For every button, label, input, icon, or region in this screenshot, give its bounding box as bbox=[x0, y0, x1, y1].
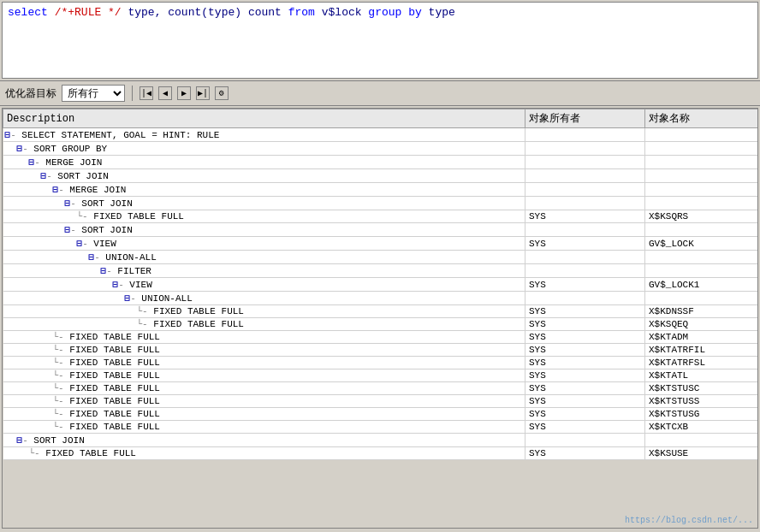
cell-object-name bbox=[645, 142, 759, 156]
cell-owner bbox=[525, 156, 645, 169]
table-row: ⊟- MERGE JOIN bbox=[3, 183, 759, 197]
cell-owner: SYS bbox=[525, 278, 645, 292]
cell-description: ⊟- SORT JOIN bbox=[3, 197, 525, 210]
cell-object-name: X$KTSTUSG bbox=[645, 408, 759, 421]
cell-owner: SYS bbox=[525, 210, 645, 223]
cell-object-name: X$KTATL bbox=[645, 369, 759, 382]
table-row: └- FIXED TABLE FULLSYSX$KTSTUSS bbox=[3, 395, 759, 408]
cell-owner: SYS bbox=[525, 447, 645, 460]
table-row: └- FIXED TABLE FULLSYSX$KTATRFSL bbox=[3, 357, 759, 369]
table-row: └- FIXED TABLE FULLSYSX$KTCXB bbox=[3, 421, 759, 434]
cell-description: ⊟- FILTER bbox=[3, 264, 525, 278]
table-row: └- FIXED TABLE FULLSYSX$KTSTUSC bbox=[3, 382, 759, 395]
cell-owner bbox=[525, 169, 645, 183]
table-row: └- FIXED TABLE FULLSYSX$KTSTUSG bbox=[3, 408, 759, 421]
cell-description: └- FIXED TABLE FULL bbox=[3, 382, 525, 395]
optimizer-label: 优化器目标 bbox=[5, 86, 56, 101]
col-header-description: Description bbox=[3, 109, 525, 128]
grid-container: Description 对象所有者 对象名称 ⊟- SELECT STATEME… bbox=[2, 108, 758, 529]
cell-owner: SYS bbox=[525, 237, 645, 251]
cell-object-name bbox=[645, 183, 759, 197]
cell-object-name bbox=[645, 292, 759, 305]
table-row: ⊟- VIEWSYSGV$_LOCK1 bbox=[3, 278, 759, 292]
table-row: ⊟- MERGE JOIN bbox=[3, 156, 759, 169]
grid-body: ⊟- SELECT STATEMENT, GOAL = HINT: RULE⊟-… bbox=[3, 128, 759, 460]
col-header-owner: 对象所有者 bbox=[525, 109, 645, 128]
cell-owner bbox=[525, 264, 645, 278]
cell-description: ⊟- SORT JOIN bbox=[3, 223, 525, 237]
cell-description: └- FIXED TABLE FULL bbox=[3, 344, 525, 357]
cell-owner bbox=[525, 197, 645, 210]
explain-table: Description 对象所有者 对象名称 ⊟- SELECT STATEME… bbox=[3, 109, 758, 460]
cell-description: └- FIXED TABLE FULL bbox=[3, 447, 525, 460]
cell-description: ⊟- VIEW bbox=[3, 278, 525, 292]
next-button[interactable]: ▶| bbox=[196, 86, 210, 100]
cell-owner: SYS bbox=[525, 357, 645, 369]
table-row: └- FIXED TABLE FULLSYSX$KTATL bbox=[3, 369, 759, 382]
cell-object-name bbox=[645, 264, 759, 278]
optimizer-select[interactable]: 所有行第一行全部优化 bbox=[62, 85, 125, 102]
cell-object-name: X$KSQRS bbox=[645, 210, 759, 223]
cell-object-name bbox=[645, 156, 759, 169]
table-row: ⊟- UNION-ALL bbox=[3, 292, 759, 305]
cell-description: └- FIXED TABLE FULL bbox=[3, 210, 525, 223]
cell-object-name: GV$_LOCK1 bbox=[645, 278, 759, 292]
tool-button[interactable]: ⚙ bbox=[215, 86, 229, 100]
table-header-row: Description 对象所有者 对象名称 bbox=[3, 109, 759, 128]
table-row: ⊟- SELECT STATEMENT, GOAL = HINT: RULE bbox=[3, 128, 759, 142]
cell-description: ⊟- MERGE JOIN bbox=[3, 183, 525, 197]
cell-object-name: X$KTATRFSL bbox=[645, 357, 759, 369]
cell-owner bbox=[525, 142, 645, 156]
cell-description: ⊟- UNION-ALL bbox=[3, 292, 525, 305]
table-row: ⊟- FILTER bbox=[3, 264, 759, 278]
watermark: https://blog.csdn.net/... bbox=[625, 516, 753, 525]
prev-button[interactable]: ◀ bbox=[158, 86, 172, 100]
cell-description: └- FIXED TABLE FULL bbox=[3, 357, 525, 369]
cell-object-name bbox=[645, 223, 759, 237]
cell-description: ⊟- SORT JOIN bbox=[3, 434, 525, 447]
cell-owner: SYS bbox=[525, 344, 645, 357]
cell-description: ⊟- SORT JOIN bbox=[3, 169, 525, 183]
sql-editor[interactable]: select /*+RULE */ type, count(type) coun… bbox=[2, 2, 758, 79]
cell-owner bbox=[525, 251, 645, 264]
cell-description: ⊟- UNION-ALL bbox=[3, 251, 525, 264]
cell-owner bbox=[525, 434, 645, 447]
cell-owner bbox=[525, 223, 645, 237]
cell-description: └- FIXED TABLE FULL bbox=[3, 318, 525, 331]
cell-owner: SYS bbox=[525, 369, 645, 382]
cell-description: └- FIXED TABLE FULL bbox=[3, 408, 525, 421]
cell-owner: SYS bbox=[525, 305, 645, 318]
table-row: └- FIXED TABLE FULLSYSX$KDNSSF bbox=[3, 305, 759, 318]
cell-object-name: X$KTCXB bbox=[645, 421, 759, 434]
cell-description: ⊟- MERGE JOIN bbox=[3, 156, 525, 169]
cell-description: ⊟- SORT GROUP BY bbox=[3, 142, 525, 156]
cell-object-name: GV$_LOCK bbox=[645, 237, 759, 251]
cell-object-name: X$KTSTUSS bbox=[645, 395, 759, 408]
table-row: ⊟- SORT JOIN bbox=[3, 434, 759, 447]
table-row: ⊟- SORT JOIN bbox=[3, 169, 759, 183]
cell-object-name bbox=[645, 251, 759, 264]
cell-object-name: X$KTSTUSC bbox=[645, 382, 759, 395]
cell-description: └- FIXED TABLE FULL bbox=[3, 369, 525, 382]
cell-description: └- FIXED TABLE FULL bbox=[3, 421, 525, 434]
cell-owner bbox=[525, 183, 645, 197]
cell-owner: SYS bbox=[525, 408, 645, 421]
cell-description: └- FIXED TABLE FULL bbox=[3, 305, 525, 318]
table-row: ⊟- SORT GROUP BY bbox=[3, 142, 759, 156]
cell-object-name: X$KSQEQ bbox=[645, 318, 759, 331]
cell-owner: SYS bbox=[525, 382, 645, 395]
table-row: └- FIXED TABLE FULLSYSX$KSQRS bbox=[3, 210, 759, 223]
table-row: ⊟- SORT JOIN bbox=[3, 223, 759, 237]
cell-description: ⊟- SELECT STATEMENT, GOAL = HINT: RULE bbox=[3, 128, 525, 142]
cell-object-name: X$KTADM bbox=[645, 331, 759, 344]
cell-object-name bbox=[645, 434, 759, 447]
play-button[interactable]: ▶ bbox=[177, 86, 191, 100]
col-header-name: 对象名称 bbox=[645, 109, 759, 128]
toolbar: 优化器目标 所有行第一行全部优化 |◀ ◀ ▶ ▶| ⚙ bbox=[0, 80, 760, 106]
cell-object-name: X$KDNSSF bbox=[645, 305, 759, 318]
cell-description: └- FIXED TABLE FULL bbox=[3, 331, 525, 344]
first-button[interactable]: |◀ bbox=[140, 86, 153, 100]
table-row: └- FIXED TABLE FULLSYSX$KSQEQ bbox=[3, 318, 759, 331]
cell-owner: SYS bbox=[525, 395, 645, 408]
cell-description: ⊟- VIEW bbox=[3, 237, 525, 251]
